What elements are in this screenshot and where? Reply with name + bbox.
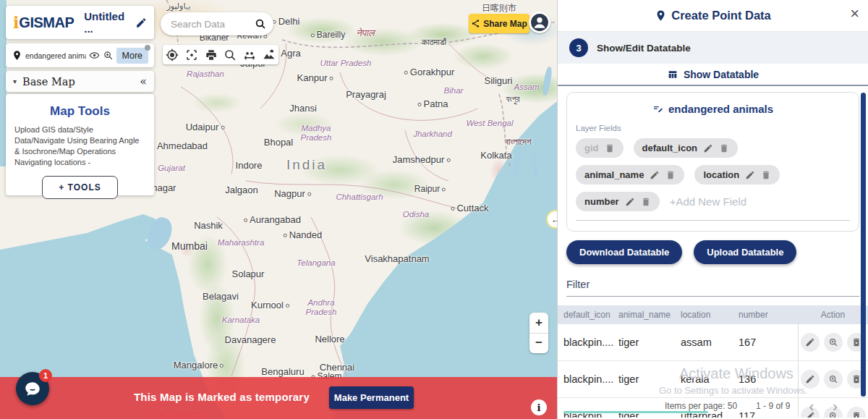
tools-button[interactable]: + TOOLS: [42, 176, 117, 199]
search-input[interactable]: [171, 19, 255, 30]
terrain-icon[interactable]: [263, 48, 276, 62]
map-city-label: Nagpur: [274, 189, 313, 199]
add-new-field-input[interactable]: +Add New Field: [670, 195, 746, 208]
share-map-button[interactable]: Share Map: [469, 14, 529, 33]
map-city-label: Kolkata: [480, 151, 511, 161]
center-focus-icon[interactable]: [185, 48, 198, 62]
download-datatable-button[interactable]: Download Datatable: [566, 240, 682, 264]
field-chip-number: number: [576, 192, 660, 211]
layer-zoom-to-icon[interactable]: [103, 50, 114, 61]
map-state-label: Karnataka: [222, 316, 260, 325]
filter-field[interactable]: Filter: [566, 279, 859, 297]
tab-show-datatable[interactable]: Show Datatable: [667, 69, 759, 80]
map-city-label: Davanagere: [225, 335, 276, 345]
datatable-actions: Download Datatable Upload Datatable: [566, 240, 859, 264]
city-dot: [329, 77, 333, 80]
delete-field-trash-icon[interactable]: [665, 170, 676, 180]
edit-field-pencil-icon[interactable]: [703, 143, 713, 153]
table-cell: tiger: [618, 373, 681, 385]
map-title: Untitled ...: [84, 10, 135, 35]
measure-icon[interactable]: [243, 48, 256, 62]
filter-label: Filter: [566, 279, 859, 290]
caret-down-icon: ▾: [13, 77, 17, 85]
layer-visibility-eye-icon[interactable]: [89, 50, 100, 61]
map-city-label: Nashik: [194, 221, 223, 231]
map-city-label: Mumbai: [171, 241, 208, 252]
basemap-label: Base Map: [22, 76, 75, 88]
zoom-to-row-icon[interactable]: [824, 333, 843, 352]
print-icon[interactable]: [205, 48, 218, 62]
activate-windows-watermark-sub: Go to Settings to activate Windows.: [659, 385, 807, 396]
share-label: Share Map: [483, 19, 527, 29]
locate-icon[interactable]: [166, 48, 179, 62]
banner-message: This Map is Marked as temporary: [134, 391, 310, 403]
zoom-to-row-icon[interactable]: [824, 370, 843, 389]
column-header-number: number: [739, 310, 798, 320]
map-city-label: Bhopal: [264, 137, 293, 148]
search-icon[interactable]: [255, 18, 266, 30]
city-dot: [220, 364, 224, 368]
city-dot: [311, 34, 315, 38]
basemap-toggle[interactable]: ▾ Base Map «: [6, 71, 154, 92]
city-dot: [221, 126, 224, 130]
city-dot: [244, 219, 247, 222]
zoom-in-button[interactable]: +: [529, 313, 548, 334]
delete-row-trash-icon[interactable]: [847, 407, 866, 418]
next-page-chevron[interactable]: ›: [833, 399, 838, 413]
tab-bar: Show Datatable: [558, 64, 868, 86]
map-state-label: Bihar: [444, 86, 464, 96]
map-city-label: Kurnool: [251, 300, 292, 310]
table-cell: 167: [739, 337, 798, 348]
map-canvas[interactable]: DelhiBikanerRewariBareillyJaipurAgraKanp…: [0, 0, 557, 419]
chat-launcher[interactable]: 1: [16, 372, 49, 405]
map-city-label: Aurangabad: [242, 215, 301, 225]
table-cell: blackpin....: [563, 337, 618, 348]
map-city-label: Cuttack: [448, 203, 488, 213]
items-per-page: Items per page: 50: [665, 401, 737, 411]
map-state-label: Jharkhand: [413, 130, 452, 139]
delete-field-trash-icon[interactable]: [761, 170, 771, 180]
map-city-label: Indore: [236, 161, 263, 171]
account-avatar[interactable]: [529, 12, 550, 33]
datatable-header: default_iconanimal_namelocationnumberAct…: [558, 305, 868, 324]
row-actions: [798, 324, 868, 360]
map-state-label: West Bengal: [467, 119, 514, 128]
edit-field-pencil-icon[interactable]: [745, 170, 755, 180]
activate-windows-watermark: Activate Windows: [679, 365, 793, 382]
map-city-label: Patna: [416, 99, 448, 109]
person-icon: [530, 13, 549, 32]
location-pin-icon: [655, 9, 667, 22]
delete-field-trash-icon[interactable]: [719, 143, 729, 153]
column-header-location: location: [681, 310, 739, 320]
layer-list-item[interactable]: endangered anima... More: [6, 43, 154, 67]
map-city-label: Visakhapatnam: [365, 254, 429, 264]
edit-title-pencil-icon[interactable]: [135, 17, 147, 29]
info-icon[interactable]: i: [531, 399, 547, 415]
delete-field-trash-icon[interactable]: [605, 143, 615, 153]
map-state-label: Telangana: [297, 258, 335, 268]
edit-field-pencil-icon[interactable]: [650, 170, 660, 180]
previous-page-chevron[interactable]: ‹: [809, 399, 814, 413]
collapse-panel-icon[interactable]: «: [140, 75, 147, 88]
map-city-label: Nellore: [315, 334, 344, 344]
map-tools-title: Map Tools: [14, 104, 145, 119]
field-chip-default_icon: default_icon: [634, 138, 739, 158]
row-actions: [798, 361, 868, 397]
map-state-label: Gujarat: [158, 164, 185, 173]
layer-more-button[interactable]: More: [116, 48, 148, 64]
zoom-out-button[interactable]: −: [529, 334, 548, 354]
map-city-label: Raipur: [414, 185, 448, 194]
close-icon[interactable]: ×: [850, 6, 859, 22]
upload-datatable-button[interactable]: Upload Datatable: [694, 240, 796, 264]
map-state-label: Chhattisgarh: [336, 192, 383, 202]
table-cell: assam: [681, 337, 739, 348]
search-map-icon[interactable]: [224, 48, 237, 62]
delete-field-trash-icon[interactable]: [641, 197, 651, 207]
edit-field-pencil-icon[interactable]: [625, 197, 635, 207]
city-dot: [446, 158, 450, 162]
layer-name: endangered anima...: [25, 51, 86, 60]
edit-row-pencil-icon[interactable]: [801, 333, 820, 352]
make-permanent-button[interactable]: Make Permanent: [329, 386, 414, 409]
panel-scrollbar-thumb[interactable]: [861, 93, 866, 397]
map-city-label: Gorakhpur: [402, 67, 454, 77]
